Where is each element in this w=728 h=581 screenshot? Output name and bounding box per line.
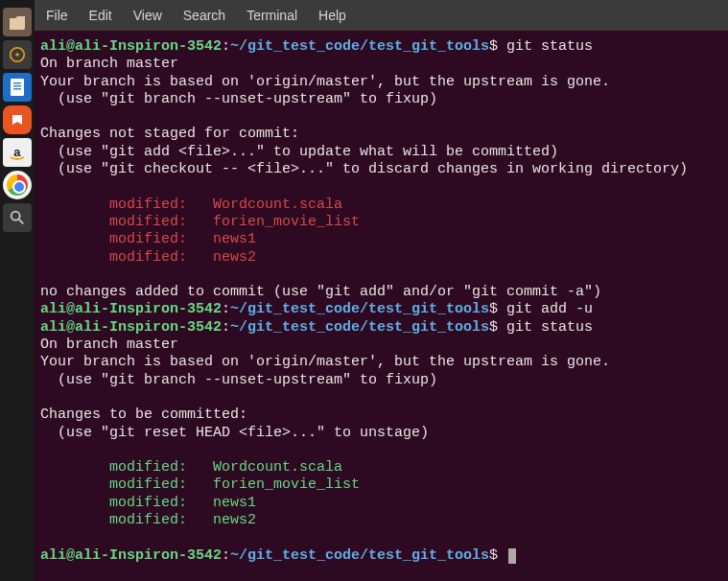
main-area: File Edit View Search Terminal Help ali@… — [35, 0, 728, 581]
menu-edit[interactable]: Edit — [89, 8, 112, 23]
svg-line-8 — [19, 220, 24, 224]
prompt-path: ~/git_test_code/test_git_tools — [230, 319, 489, 336]
modified-line: modified: forien_movie_list — [40, 214, 360, 230]
prompt-dollar: $ — [489, 319, 498, 336]
out-line: (use "git branch --unset-upstream" to fi… — [40, 91, 437, 107]
cmd-text: git status — [498, 38, 593, 55]
prompt-sep: : — [222, 301, 230, 317]
files-icon[interactable] — [3, 8, 32, 36]
software-center-icon[interactable] — [3, 105, 32, 134]
modified-line: modified: news2 — [40, 512, 256, 528]
menu-terminal[interactable]: Terminal — [247, 8, 297, 23]
launcher-dock: a — [0, 0, 35, 581]
menu-help[interactable]: Help — [318, 8, 346, 23]
rhythmbox-icon[interactable] — [3, 40, 32, 69]
prompt-dollar: $ — [489, 301, 498, 317]
prompt-user: ali@ali-Inspiron-3542 — [40, 319, 222, 336]
prompt-user: ali@ali-Inspiron-3542 — [40, 38, 222, 55]
out-line — [40, 108, 49, 125]
out-line: (use "git branch --unset-upstream" to fi… — [40, 372, 437, 388]
out-line: On branch master — [40, 337, 178, 353]
magnifier-icon[interactable] — [3, 203, 32, 232]
modified-line: modified: news1 — [40, 495, 256, 511]
prompt-path: ~/git_test_code/test_git_tools — [230, 301, 489, 317]
prompt-user: ali@ali-Inspiron-3542 — [40, 301, 222, 317]
modified-line: modified: forien_movie_list — [40, 476, 360, 493]
amazon-icon[interactable]: a — [3, 138, 32, 167]
modified-line: modified: news2 — [40, 249, 256, 266]
out-line: Your branch is based on 'origin/master',… — [40, 354, 610, 370]
svg-point-7 — [12, 212, 20, 221]
out-line: (use "git add <file>..." to update what … — [40, 144, 558, 160]
out-line — [40, 178, 49, 195]
terminal-output[interactable]: ali@ali-Inspiron-3542:~/git_test_code/te… — [35, 31, 728, 581]
out-line: On branch master — [40, 56, 178, 72]
out-line — [40, 389, 49, 406]
prompt-user: ali@ali-Inspiron-3542 — [40, 547, 222, 564]
menubar: File Edit View Search Terminal Help — [35, 0, 728, 31]
out-line: Changes to be committed: — [40, 407, 247, 423]
menu-view[interactable]: View — [133, 8, 162, 23]
prompt-sep: : — [222, 38, 230, 55]
prompt-dollar: $ — [489, 547, 498, 564]
svg-rect-5 — [13, 88, 21, 90]
out-line — [40, 267, 49, 283]
out-line: (use "git checkout -- <file>..." to disc… — [40, 161, 688, 177]
prompt-dollar: $ — [489, 38, 498, 55]
modified-line: modified: Wordcount.scala — [40, 459, 342, 476]
svg-rect-2 — [11, 79, 24, 96]
menu-file[interactable]: File — [46, 8, 68, 23]
out-line — [40, 529, 49, 546]
prompt-path: ~/git_test_code/test_git_tools — [230, 547, 489, 564]
svg-rect-3 — [13, 82, 21, 84]
out-line: (use "git reset HEAD <file>..." to unsta… — [40, 425, 429, 441]
prompt-sep: : — [222, 547, 230, 564]
prompt-path: ~/git_test_code/test_git_tools — [230, 38, 489, 55]
cmd-text: git status — [498, 319, 593, 336]
svg-point-1 — [15, 53, 19, 57]
document-icon[interactable] — [3, 73, 32, 102]
svg-rect-4 — [13, 85, 21, 87]
out-line: Changes not staged for commit: — [40, 126, 299, 142]
out-line: Your branch is based on 'origin/master',… — [40, 74, 610, 90]
out-line — [40, 442, 49, 458]
menu-search[interactable]: Search — [183, 8, 225, 23]
modified-line: modified: Wordcount.scala — [40, 197, 342, 213]
cmd-text: git add -u — [498, 301, 593, 317]
chrome-icon[interactable] — [3, 171, 32, 199]
modified-line: modified: news1 — [40, 231, 256, 247]
out-line: no changes added to commit (use "git add… — [40, 284, 601, 300]
cursor — [508, 548, 516, 564]
prompt-sep: : — [222, 319, 230, 336]
